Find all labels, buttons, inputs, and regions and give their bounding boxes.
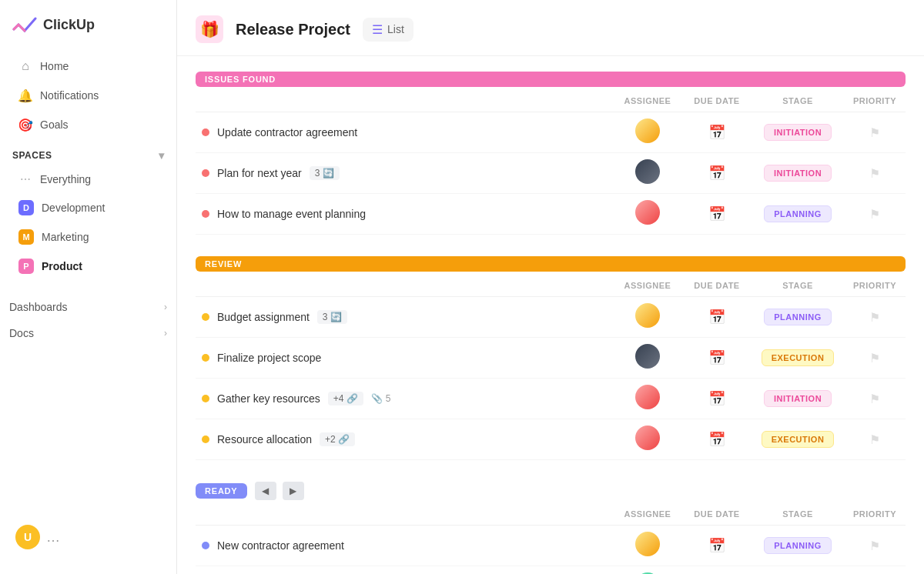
- task-dot: [202, 169, 209, 177]
- flag-icon[interactable]: ⚑: [869, 167, 880, 180]
- table-row[interactable]: Gather key resources +4 🔗 📎5 📅: [196, 379, 906, 419]
- nav-docs[interactable]: Docs ›: [0, 320, 176, 346]
- th-priority: PRIORITY: [844, 90, 906, 112]
- stage-cell: PLANNING: [752, 526, 844, 566]
- nav-home-label: Home: [40, 60, 69, 72]
- nav-home[interactable]: ⌂ Home: [6, 52, 170, 80]
- group-issues: ISSUES FOUND ASSIGNEE DUE DATE STAGE PRI…: [196, 72, 906, 235]
- task-name: Plan for next year: [217, 167, 302, 179]
- task-name: Finalize project scope: [217, 352, 321, 364]
- nav-notifications-label: Notifications: [40, 89, 99, 102]
- task-dot: [202, 542, 209, 549]
- th-name: [196, 90, 613, 112]
- flag-icon[interactable]: ⚑: [869, 392, 880, 405]
- avatar: U: [15, 525, 40, 549]
- flag-icon[interactable]: ⚑: [869, 311, 880, 324]
- task-dot: [202, 210, 209, 218]
- calendar-icon: 📅: [708, 350, 725, 365]
- sidebar-item-everything[interactable]: ⋯ Everything: [6, 166, 170, 192]
- th-name: [196, 503, 613, 526]
- stage-cell: EXECUTION: [752, 566, 844, 575]
- table-row[interactable]: Budget assignment 3 🔄 📅 PLANNING: [196, 297, 906, 338]
- chevron-right-icon: ›: [164, 328, 167, 339]
- duedate-cell: 📅: [682, 526, 752, 566]
- table-row[interactable]: New contractor agreement 📅 PLANNING: [196, 526, 906, 566]
- task-name: How to manage event planning: [217, 208, 366, 220]
- flag-icon[interactable]: ⚑: [869, 208, 880, 221]
- ready-header-row: ASSIGNEE DUE DATE STAGE PRIORITY: [196, 503, 906, 526]
- collapse-button[interactable]: ◀: [255, 482, 276, 500]
- table-row[interactable]: Update contractor agreement 📅 INITIATION: [196, 112, 906, 153]
- duedate-cell: 📅: [682, 419, 752, 460]
- sidebar-item-marketing[interactable]: M Marketing: [6, 223, 170, 251]
- avatar: [635, 303, 660, 328]
- issues-header-row: ASSIGNEE DUE DATE STAGE PRIORITY: [196, 90, 906, 112]
- view-toggle-button[interactable]: ☰ List: [363, 18, 413, 42]
- dots-icon: ⋯: [18, 172, 32, 186]
- flag-icon[interactable]: ⚑: [869, 352, 880, 365]
- task-dot: [202, 354, 209, 362]
- bell-icon: 🔔: [18, 88, 32, 102]
- stage-cell: INITIATION: [752, 112, 844, 153]
- th-duedate: DUE DATE: [682, 90, 752, 112]
- priority-cell: ⚑: [844, 153, 906, 194]
- table-row[interactable]: Plan for next year 3 🔄 📅 INITIATION: [196, 153, 906, 194]
- main-content: 🎁 Release Project ☰ List ISSUES FOUND AS…: [177, 0, 924, 574]
- task-dot: [202, 128, 209, 136]
- flag-icon[interactable]: ⚑: [869, 126, 880, 139]
- user-area[interactable]: U …: [6, 519, 170, 556]
- chevron-right-icon: ›: [164, 302, 167, 312]
- sidebar: ClickUp ⌂ Home 🔔 Notifications 🎯 Goals S…: [0, 0, 177, 574]
- task-name: Update contractor agreement: [217, 126, 357, 138]
- th-assignee: ASSIGNEE: [613, 275, 682, 297]
- priority-cell: ⚑: [844, 297, 906, 338]
- ready-table: ASSIGNEE DUE DATE STAGE PRIORITY New con…: [196, 503, 906, 574]
- content-area: ISSUES FOUND ASSIGNEE DUE DATE STAGE PRI…: [177, 56, 924, 574]
- stage-badge: PLANNING: [764, 537, 831, 554]
- task-dot: [202, 395, 209, 402]
- nav-dashboards[interactable]: Dashboards ›: [0, 294, 176, 320]
- duedate-cell: 📅: [682, 112, 752, 153]
- sidebar-item-development[interactable]: D Development: [6, 194, 170, 222]
- ellipsis-icon: …: [46, 529, 60, 546]
- assignee-cell: [613, 153, 682, 194]
- flag-icon[interactable]: ⚑: [869, 539, 880, 552]
- nav-goals-label: Goals: [40, 118, 69, 131]
- task-dot: [202, 313, 209, 321]
- avatar: [635, 118, 660, 143]
- product-dot: P: [18, 259, 34, 274]
- group-ready: READY ◀ ▶ ASSIGNEE DUE DATE STAGE PRIORI…: [196, 482, 906, 574]
- stage-cell: PLANNING: [752, 297, 844, 338]
- logo-area: ClickUp: [0, 12, 176, 52]
- priority-cell: ⚑: [844, 194, 906, 235]
- task-count-badge: 3 🔄: [310, 166, 340, 180]
- th-stage: STAGE: [752, 90, 844, 112]
- table-row[interactable]: Finalize project scope 📅 EXECUTION: [196, 338, 906, 379]
- calendar-icon: 📅: [708, 391, 725, 406]
- priority-cell: ⚑: [844, 566, 906, 575]
- priority-cell: ⚑: [844, 112, 906, 153]
- table-row[interactable]: Refresh company website 5 📎 📅 EXECUTION: [196, 566, 906, 575]
- th-assignee: ASSIGNEE: [613, 503, 682, 526]
- task-name: Resource allocation: [217, 433, 312, 446]
- calendar-icon: 📅: [708, 309, 725, 325]
- th-duedate: DUE DATE: [682, 503, 752, 526]
- th-stage: STAGE: [752, 503, 844, 526]
- nav-notifications[interactable]: 🔔 Notifications: [6, 82, 170, 109]
- assignee-cell: [613, 526, 682, 566]
- assignee-cell: [613, 419, 682, 460]
- flag-icon[interactable]: ⚑: [869, 433, 880, 446]
- nav-goals[interactable]: 🎯 Goals: [6, 111, 170, 138]
- avatar: [635, 385, 660, 409]
- task-extra-badge: +2 🔗: [320, 432, 355, 446]
- duedate-cell: 📅: [682, 194, 752, 235]
- expand-button[interactable]: ▶: [283, 482, 304, 500]
- sidebar-item-everything-label: Everything: [40, 173, 91, 185]
- stage-cell: PLANNING: [752, 194, 844, 235]
- table-row[interactable]: Resource allocation +2 🔗 📅 EXECUTION: [196, 419, 906, 460]
- clickup-logo: [12, 12, 37, 37]
- group-review: REVIEW ASSIGNEE DUE DATE STAGE PRIORITY: [196, 256, 906, 460]
- marketing-dot: M: [18, 229, 34, 245]
- sidebar-item-product[interactable]: P Product: [6, 252, 170, 280]
- table-row[interactable]: How to manage event planning 📅 PLANNING: [196, 194, 906, 235]
